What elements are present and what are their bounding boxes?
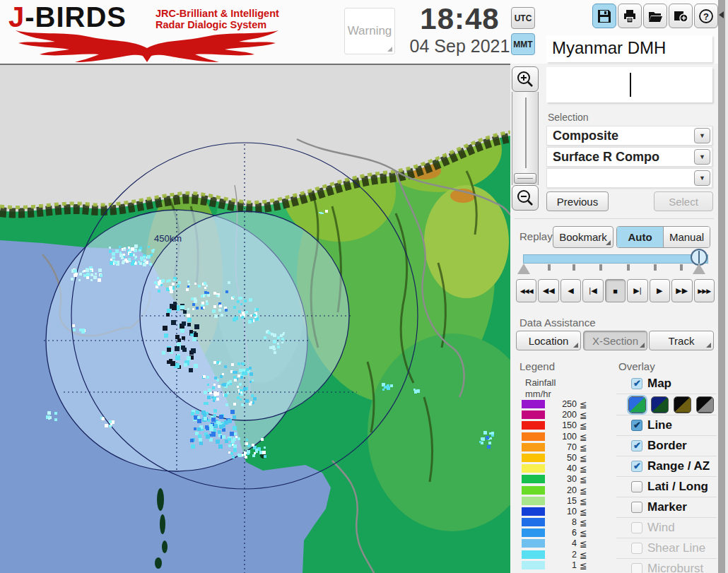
legend-value: 40 [548, 463, 577, 473]
overlay-item-range-az[interactable]: Range / AZ [616, 456, 717, 476]
bookmark-button[interactable]: Bookmark [553, 226, 613, 248]
overlay-item-shear-line[interactable]: Shear Line [616, 538, 717, 558]
play-backward-icon: ◀ [568, 286, 573, 295]
play-forward-button[interactable]: ▶ [650, 279, 670, 302]
checkbox[interactable] [631, 522, 642, 533]
checkbox[interactable] [631, 420, 642, 431]
legend-operator: ≦ [580, 538, 587, 549]
legend-row: 50≦ [522, 454, 606, 462]
legend-swatch [522, 464, 545, 473]
legend-value: 8 [548, 517, 577, 527]
legend-value: 100 [548, 432, 577, 442]
zoom-slider[interactable] [512, 92, 539, 185]
play-backward-button[interactable]: ◀ [560, 279, 581, 302]
panel-collapse-grip[interactable] [718, 0, 725, 573]
legend-value: 1 [548, 560, 577, 570]
checkbox[interactable] [631, 378, 642, 389]
track-button[interactable]: Track [649, 331, 714, 350]
select-button[interactable]: Select [654, 191, 713, 211]
checkbox[interactable] [631, 481, 642, 492]
product-dropdown[interactable]: Surface R Compo ▼ [546, 147, 712, 167]
fast-forward-3-button[interactable]: ▶▶▶ [694, 279, 715, 302]
step-backward-button[interactable]: |◀ [582, 279, 603, 302]
selection-label: Selection [548, 112, 589, 123]
zoom-slider-handle[interactable] [514, 173, 536, 184]
option-dropdown[interactable]: ▼ [546, 168, 712, 188]
range-start-marker[interactable] [517, 264, 530, 274]
legend-row: 8≦ [522, 518, 606, 526]
auto-button[interactable]: Auto [617, 227, 664, 247]
chevron-down-icon[interactable]: ▼ [694, 170, 710, 186]
replay-timeline-slider[interactable] [523, 254, 708, 264]
overlay-item-line[interactable]: Line [616, 415, 717, 435]
open-folder-button[interactable] [643, 4, 667, 28]
playback-controls: ◀◀◀◀◀◀|◀■▶|▶▶▶▶▶▶ [516, 279, 715, 302]
checkbox[interactable] [631, 543, 642, 554]
legend-value: 2 [548, 550, 577, 560]
zoom-out-button[interactable] [512, 185, 539, 211]
overlay-item-wind[interactable]: Wind [616, 517, 717, 538]
legend-swatch [522, 486, 545, 495]
chevron-down-icon[interactable]: ▼ [694, 149, 710, 165]
j-birds-app: J-BIRDS JRC-Brilliant & Intelligent Rada… [0, 0, 728, 573]
timeline-tick [654, 264, 657, 271]
range-label: 450km [154, 233, 182, 244]
overlay-item-border[interactable]: Border [616, 435, 717, 456]
clock-time: 18:48 [401, 3, 518, 35]
legend-value: 20 [548, 485, 577, 495]
location-button[interactable]: Location [516, 331, 581, 350]
station-input[interactable] [546, 67, 712, 102]
stop-button[interactable]: ■ [605, 279, 626, 302]
step-forward-button[interactable]: ▶| [627, 279, 647, 302]
print-button[interactable] [618, 4, 642, 28]
legend-row: 150≦ [522, 421, 606, 430]
previous-button[interactable]: Previous [546, 191, 609, 211]
replay-label: Replay [519, 230, 553, 242]
logo-subtitle: JRC-Brilliant & Intelligent Radar Dialog… [155, 8, 279, 30]
style-blue-green-button[interactable] [628, 396, 646, 413]
legend-operator: ≦ [580, 463, 587, 474]
legend-value: 70 [548, 442, 577, 452]
fast-rewind-2-button[interactable]: ◀◀ [538, 279, 558, 302]
chevron-down-icon[interactable]: ▼ [694, 128, 710, 143]
warning-button[interactable]: Warning [344, 8, 395, 54]
overlay-item-microburst[interactable]: Microburst [616, 558, 717, 573]
legend-swatch [522, 528, 545, 537]
radar-map[interactable]: 450km [0, 64, 510, 573]
map-zoom-control [512, 66, 540, 211]
overlay-item-marker[interactable]: Marker [616, 497, 717, 517]
fast-rewind-3-button[interactable]: ◀◀◀ [516, 279, 536, 302]
x-section-button[interactable]: X-Section [583, 331, 647, 350]
style-navy-darkgreen-button[interactable] [651, 396, 669, 413]
mmt-button[interactable]: MMT [511, 33, 535, 55]
overlay-item-lati-long[interactable]: Lati / Long [616, 476, 717, 497]
button-label: Track [669, 335, 695, 347]
fast-forward-2-button[interactable]: ▶▶ [671, 279, 692, 302]
style-black-olive-button[interactable] [674, 396, 691, 413]
category-dropdown[interactable]: Composite ▼ [546, 126, 712, 146]
bookmark-corner-triangle [606, 240, 611, 245]
style-black-gray-button[interactable] [696, 396, 714, 413]
overlay-item-label: Range / AZ [647, 459, 710, 473]
eagle-icon [13, 30, 281, 62]
checkbox[interactable] [631, 502, 642, 513]
manual-button[interactable]: Manual [664, 227, 710, 247]
checkbox[interactable] [631, 563, 642, 573]
overlay-item-label: Border [647, 439, 687, 453]
overlay-item-map[interactable]: Map [616, 373, 717, 394]
checkbox[interactable] [631, 440, 642, 451]
utc-button[interactable]: UTC [511, 7, 535, 29]
range-end-marker[interactable] [693, 264, 705, 274]
checkbox[interactable] [631, 461, 642, 472]
save-button[interactable] [592, 4, 616, 28]
station-name: Myanmar DMH [546, 35, 712, 62]
legend-operator: ≦ [580, 442, 587, 453]
bookmark-button-label: Bookmark [559, 231, 607, 243]
zoom-in-button[interactable] [512, 66, 539, 92]
timeline-tick [680, 264, 683, 271]
warning-button-label: Warning [348, 24, 392, 38]
help-button[interactable]: ? [694, 4, 718, 28]
add-image-button[interactable] [669, 4, 693, 28]
zoom-in-icon [516, 70, 534, 88]
legend-row: 250≦ [522, 400, 606, 408]
